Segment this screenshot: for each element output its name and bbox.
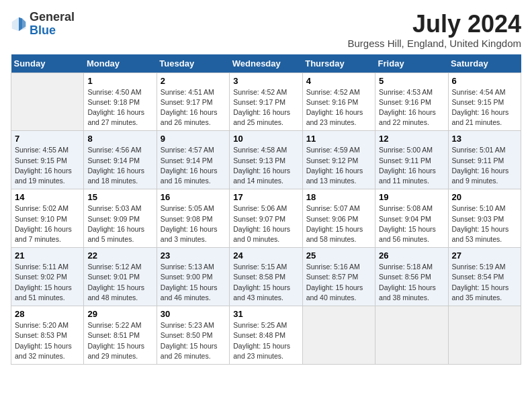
calendar-cell [302, 306, 375, 365]
calendar-cell [11, 73, 84, 131]
calendar-header-friday: Friday [375, 54, 448, 73]
calendar-week-row: 21Sunrise: 5:11 AM Sunset: 9:02 PM Dayli… [11, 248, 521, 306]
day-info: Sunrise: 5:25 AM Sunset: 8:48 PM Dayligh… [233, 320, 298, 361]
day-number: 18 [306, 192, 371, 202]
logo-general-text: General [30, 10, 75, 24]
calendar-cell: 10Sunrise: 4:58 AM Sunset: 9:13 PM Dayli… [230, 131, 302, 189]
calendar-cell: 22Sunrise: 5:12 AM Sunset: 9:01 PM Dayli… [84, 248, 157, 306]
day-info: Sunrise: 4:58 AM Sunset: 9:13 PM Dayligh… [233, 145, 298, 186]
day-info: Sunrise: 4:57 AM Sunset: 9:14 PM Dayligh… [161, 145, 226, 186]
day-info: Sunrise: 5:01 AM Sunset: 9:11 PM Dayligh… [452, 145, 517, 186]
day-number: 21 [15, 250, 80, 261]
day-number: 28 [15, 309, 80, 319]
day-number: 14 [15, 192, 80, 202]
title-block: July 2024 Burgess Hill, England, United … [348, 11, 521, 49]
calendar-week-row: 28Sunrise: 5:20 AM Sunset: 8:53 PM Dayli… [11, 306, 521, 365]
day-info: Sunrise: 4:55 AM Sunset: 9:15 PM Dayligh… [15, 145, 80, 186]
day-info: Sunrise: 4:50 AM Sunset: 9:18 PM Dayligh… [87, 87, 152, 128]
calendar-cell: 7Sunrise: 4:55 AM Sunset: 9:15 PM Daylig… [11, 131, 84, 189]
day-info: Sunrise: 4:52 AM Sunset: 9:16 PM Dayligh… [306, 87, 371, 128]
day-info: Sunrise: 5:13 AM Sunset: 9:00 PM Dayligh… [161, 262, 226, 303]
calendar-week-row: 1Sunrise: 4:50 AM Sunset: 9:18 PM Daylig… [11, 73, 521, 131]
day-number: 30 [161, 309, 226, 319]
calendar-cell: 23Sunrise: 5:13 AM Sunset: 9:00 PM Dayli… [157, 248, 229, 306]
calendar-cell: 31Sunrise: 5:25 AM Sunset: 8:48 PM Dayli… [230, 306, 302, 365]
day-number: 17 [233, 192, 298, 202]
calendar-cell: 3Sunrise: 4:52 AM Sunset: 9:17 PM Daylig… [230, 73, 302, 131]
logo-blue-text: Blue [30, 24, 56, 37]
day-number: 27 [452, 250, 517, 261]
day-info: Sunrise: 5:15 AM Sunset: 8:58 PM Dayligh… [233, 262, 298, 303]
day-info: Sunrise: 4:51 AM Sunset: 9:17 PM Dayligh… [161, 87, 226, 128]
day-info: Sunrise: 5:18 AM Sunset: 8:56 PM Dayligh… [379, 262, 444, 303]
day-number: 12 [379, 134, 444, 144]
day-number: 15 [87, 192, 152, 202]
day-number: 19 [379, 192, 444, 202]
calendar-cell: 9Sunrise: 4:57 AM Sunset: 9:14 PM Daylig… [157, 131, 229, 189]
day-number: 22 [87, 250, 152, 261]
calendar-cell: 25Sunrise: 5:16 AM Sunset: 8:57 PM Dayli… [302, 248, 375, 306]
calendar-header-saturday: Saturday [448, 54, 521, 73]
calendar-cell: 21Sunrise: 5:11 AM Sunset: 9:02 PM Dayli… [11, 248, 84, 306]
day-number: 24 [233, 250, 298, 261]
day-info: Sunrise: 5:12 AM Sunset: 9:01 PM Dayligh… [87, 262, 152, 303]
calendar-week-row: 14Sunrise: 5:02 AM Sunset: 9:10 PM Dayli… [11, 189, 521, 248]
calendar-cell [448, 306, 521, 365]
calendar-cell: 8Sunrise: 4:56 AM Sunset: 9:14 PM Daylig… [84, 131, 157, 189]
day-info: Sunrise: 4:54 AM Sunset: 9:15 PM Dayligh… [452, 87, 517, 128]
day-number: 23 [161, 250, 226, 261]
calendar-cell: 30Sunrise: 5:23 AM Sunset: 8:50 PM Dayli… [157, 306, 229, 365]
day-number: 11 [306, 134, 371, 144]
day-number: 6 [452, 76, 517, 86]
calendar-header-row: SundayMondayTuesdayWednesdayThursdayFrid… [11, 54, 521, 73]
day-info: Sunrise: 5:20 AM Sunset: 8:53 PM Dayligh… [15, 320, 80, 361]
day-number: 7 [15, 134, 80, 144]
calendar-cell: 2Sunrise: 4:51 AM Sunset: 9:17 PM Daylig… [157, 73, 229, 131]
day-number: 31 [233, 309, 298, 319]
day-number: 2 [161, 76, 226, 86]
calendar-cell: 12Sunrise: 5:00 AM Sunset: 9:11 PM Dayli… [375, 131, 448, 189]
logo: General Blue [11, 11, 75, 38]
day-info: Sunrise: 4:53 AM Sunset: 9:16 PM Dayligh… [379, 87, 444, 128]
day-number: 26 [379, 250, 444, 261]
calendar-header-sunday: Sunday [11, 54, 84, 73]
day-info: Sunrise: 5:03 AM Sunset: 9:09 PM Dayligh… [87, 203, 152, 244]
day-info: Sunrise: 4:56 AM Sunset: 9:14 PM Dayligh… [87, 145, 152, 186]
day-info: Sunrise: 5:05 AM Sunset: 9:08 PM Dayligh… [161, 203, 226, 244]
day-info: Sunrise: 5:08 AM Sunset: 9:04 PM Dayligh… [379, 203, 444, 244]
day-number: 4 [306, 76, 371, 86]
day-info: Sunrise: 5:07 AM Sunset: 9:06 PM Dayligh… [306, 203, 371, 244]
month-title: July 2024 [348, 11, 521, 38]
calendar-cell: 13Sunrise: 5:01 AM Sunset: 9:11 PM Dayli… [448, 131, 521, 189]
location-text: Burgess Hill, England, United Kingdom [348, 38, 521, 49]
day-info: Sunrise: 5:10 AM Sunset: 9:03 PM Dayligh… [452, 203, 517, 244]
day-number: 1 [87, 76, 152, 86]
calendar-cell: 15Sunrise: 5:03 AM Sunset: 9:09 PM Dayli… [84, 189, 157, 248]
calendar-week-row: 7Sunrise: 4:55 AM Sunset: 9:15 PM Daylig… [11, 131, 521, 189]
page-header: General Blue July 2024 Burgess Hill, Eng… [11, 11, 521, 49]
calendar-cell: 11Sunrise: 4:59 AM Sunset: 9:12 PM Dayli… [302, 131, 375, 189]
day-info: Sunrise: 4:52 AM Sunset: 9:17 PM Dayligh… [233, 87, 298, 128]
calendar-cell: 18Sunrise: 5:07 AM Sunset: 9:06 PM Dayli… [302, 189, 375, 248]
day-number: 10 [233, 134, 298, 144]
calendar-cell: 27Sunrise: 5:19 AM Sunset: 8:54 PM Dayli… [448, 248, 521, 306]
day-number: 29 [87, 309, 152, 319]
calendar-cell: 1Sunrise: 4:50 AM Sunset: 9:18 PM Daylig… [84, 73, 157, 131]
calendar-cell: 6Sunrise: 4:54 AM Sunset: 9:15 PM Daylig… [448, 73, 521, 131]
day-number: 25 [306, 250, 371, 261]
day-number: 8 [87, 134, 152, 144]
logo-text: General Blue [30, 11, 75, 38]
calendar-cell: 19Sunrise: 5:08 AM Sunset: 9:04 PM Dayli… [375, 189, 448, 248]
day-info: Sunrise: 5:00 AM Sunset: 9:11 PM Dayligh… [379, 145, 444, 186]
day-info: Sunrise: 5:11 AM Sunset: 9:02 PM Dayligh… [15, 262, 80, 303]
calendar-cell: 24Sunrise: 5:15 AM Sunset: 8:58 PM Dayli… [230, 248, 302, 306]
day-info: Sunrise: 4:59 AM Sunset: 9:12 PM Dayligh… [306, 145, 371, 186]
calendar-table: SundayMondayTuesdayWednesdayThursdayFrid… [11, 54, 521, 365]
calendar-cell: 5Sunrise: 4:53 AM Sunset: 9:16 PM Daylig… [375, 73, 448, 131]
day-number: 13 [452, 134, 517, 144]
day-info: Sunrise: 5:16 AM Sunset: 8:57 PM Dayligh… [306, 262, 371, 303]
day-number: 20 [452, 192, 517, 202]
calendar-header-wednesday: Wednesday [230, 54, 302, 73]
logo-icon [11, 16, 27, 32]
day-number: 16 [161, 192, 226, 202]
